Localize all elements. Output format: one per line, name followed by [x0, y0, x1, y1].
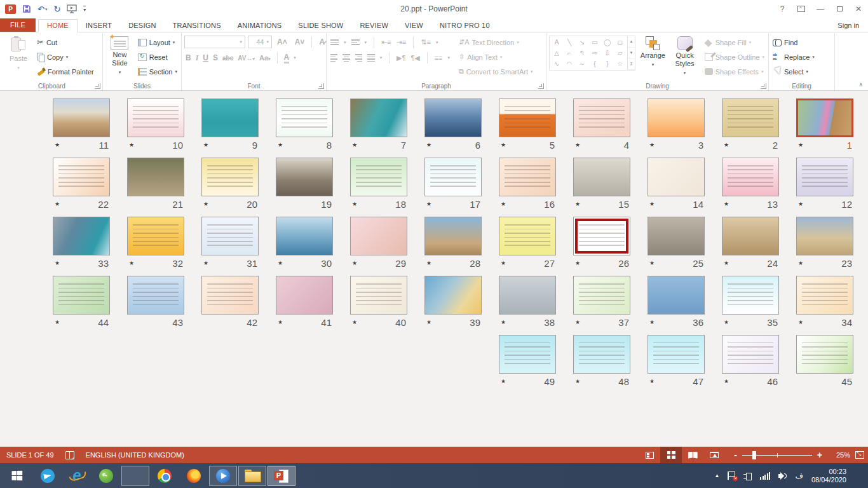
power-icon[interactable] [743, 472, 752, 480]
slide-thumbnail-16[interactable] [499, 158, 556, 196]
character-spacing-button[interactable]: AV↔▾ [238, 55, 255, 62]
increase-indent-icon[interactable]: ⇥≡ [397, 39, 407, 46]
slide-thumbnail-25[interactable] [648, 217, 705, 255]
shape-glyph[interactable]: ∿ [550, 58, 563, 69]
font-dialog-launcher[interactable] [318, 83, 324, 89]
zoom-out-button[interactable]: - [734, 451, 737, 459]
taskbar-powerpoint[interactable]: P [268, 466, 295, 486]
gallery-scroll-button[interactable]: ▲ [628, 36, 635, 48]
collapse-ribbon-button[interactable]: ∧ [858, 81, 863, 88]
slide-thumbnail-27[interactable] [499, 217, 556, 255]
tab-home[interactable]: HOME [38, 19, 78, 32]
animation-star-icon[interactable]: ★ [501, 201, 506, 207]
gallery-scroll-button[interactable]: ▼ [628, 48, 635, 59]
network-signal-icon[interactable] [760, 472, 770, 480]
shape-fill-button[interactable]: Shape Fill▾ [702, 35, 767, 50]
slide-thumbnail-4[interactable] [573, 98, 630, 137]
show-hidden-icons-button[interactable]: ▲ [715, 473, 720, 478]
strikethrough-button[interactable]: abc [222, 55, 233, 62]
redo-icon[interactable]: ↻ [53, 5, 60, 13]
tab-file[interactable]: FILE [0, 18, 36, 32]
reset-button[interactable]: Reset [135, 50, 180, 64]
align-left-icon[interactable] [330, 54, 337, 62]
tab-nitro-pro-10[interactable]: NITRO PRO 10 [431, 20, 498, 32]
animation-star-icon[interactable]: ★ [575, 319, 580, 325]
zoom-level[interactable]: 25% [829, 451, 850, 459]
cut-button[interactable]: ✂Cut [34, 35, 97, 50]
section-button[interactable]: Section▾ [135, 64, 180, 79]
tab-insert[interactable]: INSERT [78, 20, 120, 32]
slide-thumbnail-31[interactable] [201, 217, 259, 255]
decrease-indent-icon[interactable]: ⇤≡ [381, 39, 391, 46]
shapes-gallery-scrollbar[interactable]: ▲▼⊼ [628, 36, 636, 71]
align-text-button[interactable]: ⇳Align Text▾ [456, 50, 536, 64]
slide-thumbnail-47[interactable] [648, 335, 705, 374]
animation-star-icon[interactable]: ★ [798, 319, 803, 325]
justify-icon[interactable] [367, 54, 374, 62]
slide-thumbnail-44[interactable] [53, 276, 110, 315]
slide-thumbnail-13[interactable] [722, 158, 779, 196]
slide-thumbnail-49[interactable] [499, 335, 556, 374]
start-button[interactable] [0, 463, 33, 488]
slide-show-button[interactable] [703, 447, 725, 463]
animation-star-icon[interactable]: ★ [724, 201, 729, 207]
right-to-left-icon[interactable]: ¶◀ [410, 55, 419, 62]
animation-star-icon[interactable]: ★ [724, 142, 729, 148]
font-color-button[interactable]: A [284, 53, 290, 64]
taskbar-media-player[interactable] [209, 466, 237, 486]
line-spacing-icon[interactable]: ⇅≡ [421, 39, 431, 46]
slide-thumbnail-3[interactable] [648, 98, 705, 137]
shape-glyph[interactable]: ↘ [576, 37, 588, 48]
animation-star-icon[interactable]: ★ [426, 319, 431, 325]
taskbar-on-screen-keyboard[interactable] [121, 466, 149, 486]
animation-star-icon[interactable]: ★ [798, 201, 803, 207]
animation-star-icon[interactable]: ★ [55, 201, 60, 207]
slide-thumbnail-30[interactable] [276, 217, 333, 255]
shapes-gallery[interactable]: A╲↘▭◯◻△⌐↰⇨⇩▱∿◠∼{}☆ [549, 36, 628, 71]
bullets-icon[interactable] [330, 39, 339, 45]
animation-star-icon[interactable]: ★ [649, 201, 654, 207]
slide-thumbnail-23[interactable] [796, 217, 853, 255]
animation-star-icon[interactable]: ★ [203, 201, 208, 207]
tab-slide-show[interactable]: SLIDE SHOW [290, 20, 351, 32]
taskbar-file-explorer[interactable] [238, 466, 266, 486]
slide-thumbnail-10[interactable] [127, 98, 184, 137]
left-to-right-icon[interactable]: ▶¶ [397, 55, 405, 62]
slide-thumbnail-9[interactable] [201, 98, 259, 137]
clear-formatting-button[interactable]: A̷ [316, 37, 327, 46]
minimize-button[interactable]: — [811, 0, 830, 18]
zoom-in-button[interactable]: + [817, 451, 822, 459]
slide-thumbnail-1[interactable] [796, 98, 853, 137]
slide-thumbnail-7[interactable] [350, 98, 407, 137]
slide-thumbnail-39[interactable] [424, 276, 482, 315]
animation-star-icon[interactable]: ★ [501, 142, 506, 148]
tab-review[interactable]: REVIEW [351, 20, 397, 32]
animation-star-icon[interactable]: ★ [203, 142, 208, 148]
shape-glyph[interactable]: ⌐ [563, 48, 576, 58]
close-button[interactable]: ✕ [849, 0, 868, 18]
taskbar-telegram[interactable] [34, 466, 62, 486]
customize-qat-icon[interactable]: ▾ [83, 6, 86, 13]
taskbar-clock[interactable]: 00:23 08/04/2020 [811, 468, 846, 484]
slide-thumbnail-45[interactable] [796, 335, 853, 374]
slide-thumbnail-5[interactable] [499, 98, 556, 137]
paste-button[interactable]: Paste▾ [3, 34, 34, 80]
animation-star-icon[interactable]: ★ [575, 378, 580, 384]
layout-button[interactable]: Layout▾ [135, 35, 180, 50]
ribbon-display-options-button[interactable] [792, 0, 811, 18]
columns-icon[interactable]: ≡≡ [435, 55, 443, 62]
animation-star-icon[interactable]: ★ [649, 142, 654, 148]
slide-thumbnail-33[interactable] [53, 217, 110, 255]
taskbar-firefox[interactable] [180, 466, 208, 486]
new-slide-button[interactable]: ✦ New Slide▾ [104, 34, 135, 80]
animation-star-icon[interactable]: ★ [575, 260, 580, 266]
language-indicator[interactable]: ENGLISH (UNITED KINGDOM) [86, 451, 184, 459]
shape-glyph[interactable]: } [601, 58, 614, 69]
fit-slide-to-window-button[interactable] [855, 451, 864, 459]
animation-star-icon[interactable]: ★ [352, 201, 357, 207]
animation-star-icon[interactable]: ★ [426, 260, 431, 266]
powerpoint-app-icon[interactable]: P [5, 4, 16, 14]
animation-star-icon[interactable]: ★ [55, 319, 60, 325]
input-language-indicator[interactable]: ف [795, 471, 803, 480]
animation-star-icon[interactable]: ★ [649, 378, 654, 384]
